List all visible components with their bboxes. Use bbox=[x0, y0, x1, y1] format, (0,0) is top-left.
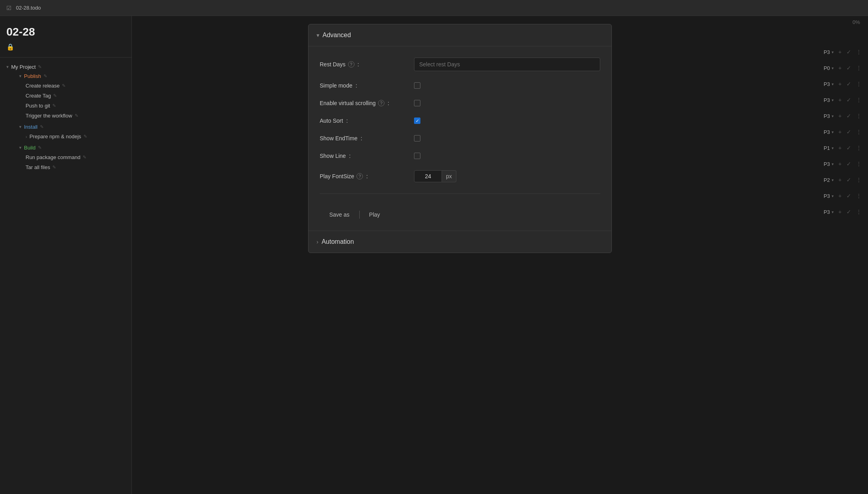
more-icon[interactable]: ⋮ bbox=[856, 145, 862, 151]
item-label: Prepare npm & nodejs bbox=[30, 133, 81, 139]
edit-icon[interactable]: ✎ bbox=[52, 103, 56, 108]
check-icon[interactable]: ✓ bbox=[846, 177, 851, 183]
priority-rows: P3 ▾ + ✓ ⋮ P0 ▾ + ✓ ⋮ P3 ▾ bbox=[788, 44, 868, 220]
more-icon[interactable]: ⋮ bbox=[856, 129, 862, 135]
add-icon[interactable]: + bbox=[838, 145, 842, 151]
group-my-project-header[interactable]: ▾ My Project ✎ bbox=[0, 62, 131, 72]
check-icon[interactable]: ✓ bbox=[846, 193, 851, 199]
priority-badge[interactable]: P1 ▾ bbox=[824, 145, 834, 151]
advanced-section-header[interactable]: ▾ Advanced bbox=[309, 24, 611, 46]
chevron-down-icon: ▾ bbox=[832, 162, 834, 166]
add-icon[interactable]: + bbox=[838, 49, 842, 55]
edit-icon[interactable]: ✎ bbox=[38, 145, 42, 150]
priority-badge[interactable]: P3 ▾ bbox=[824, 193, 834, 199]
priority-row: P0 ▾ + ✓ ⋮ bbox=[788, 60, 868, 76]
check-icon[interactable]: ✓ bbox=[846, 209, 851, 215]
add-icon[interactable]: + bbox=[838, 177, 842, 183]
add-icon[interactable]: + bbox=[838, 129, 842, 135]
edit-icon[interactable]: ✎ bbox=[40, 124, 44, 129]
priority-row: P3 ▾ + ✓ ⋮ bbox=[788, 92, 868, 108]
edit-icon[interactable]: ✎ bbox=[84, 134, 87, 139]
sidebar-item-trigger-workflow[interactable]: Trigger the workflow ✎ bbox=[26, 111, 131, 121]
play-fontsize-help-icon[interactable]: ? bbox=[356, 173, 363, 179]
more-icon[interactable]: ⋮ bbox=[856, 209, 862, 215]
more-icon[interactable]: ⋮ bbox=[856, 65, 862, 71]
more-icon[interactable]: ⋮ bbox=[856, 161, 862, 167]
chevron-down-icon: ▾ bbox=[6, 64, 9, 70]
more-icon[interactable]: ⋮ bbox=[856, 193, 862, 199]
add-icon[interactable]: + bbox=[838, 161, 842, 167]
sidebar-item-prepare-npm[interactable]: › Prepare npm & nodejs ✎ bbox=[26, 131, 131, 141]
sidebar-item-tar-all-files[interactable]: Tar all files ✎ bbox=[26, 162, 131, 172]
add-icon[interactable]: + bbox=[838, 113, 842, 119]
priority-badge[interactable]: P3 ▾ bbox=[824, 49, 834, 55]
sidebar-divider bbox=[0, 57, 131, 58]
chevron-down-icon: ▾ bbox=[832, 66, 834, 70]
priority-badge[interactable]: P3 ▾ bbox=[824, 209, 834, 215]
edit-icon[interactable]: ✎ bbox=[38, 64, 42, 70]
automation-section-header[interactable]: › Automation bbox=[309, 231, 611, 253]
add-icon[interactable]: + bbox=[838, 97, 842, 103]
edit-icon[interactable]: ✎ bbox=[53, 93, 57, 98]
priority-badge[interactable]: P3 ▾ bbox=[824, 97, 834, 103]
virtual-scrolling-help-icon[interactable]: ? bbox=[378, 100, 384, 106]
priority-badge[interactable]: P3 ▾ bbox=[824, 129, 834, 135]
edit-icon[interactable]: ✎ bbox=[44, 74, 47, 79]
priority-badge[interactable]: P3 ▾ bbox=[824, 81, 834, 87]
subgroup-build: ▾ Build ✎ Run package command ✎ Tar all … bbox=[13, 143, 131, 172]
group-my-project-label: My Project bbox=[11, 64, 36, 70]
check-icon[interactable]: ✓ bbox=[846, 49, 851, 55]
subgroup-install-header[interactable]: ▾ Install ✎ bbox=[13, 122, 131, 131]
sidebar-item-create-tag[interactable]: Create Tag ✎ bbox=[26, 91, 131, 101]
check-icon[interactable]: ✓ bbox=[846, 65, 851, 71]
play-fontsize-label: Play FontSize ? : bbox=[320, 173, 408, 179]
save-as-button[interactable]: Save as bbox=[320, 208, 359, 221]
check-icon[interactable]: ✓ bbox=[846, 113, 851, 119]
simple-mode-label: Simple mode : bbox=[320, 82, 408, 89]
subgroup-build-header[interactable]: ▾ Build ✎ bbox=[13, 143, 131, 152]
lock-icon[interactable]: 🔒 bbox=[0, 40, 131, 54]
check-icon[interactable]: ✓ bbox=[846, 129, 851, 135]
check-icon[interactable]: ✓ bbox=[846, 81, 851, 87]
chevron-down-icon: ▾ bbox=[19, 74, 22, 79]
check-icon[interactable]: ✓ bbox=[846, 97, 851, 103]
rest-days-help-icon[interactable]: ? bbox=[348, 61, 354, 68]
virtual-scrolling-label: Enable virtual scrolling ? : bbox=[320, 100, 408, 106]
priority-row: P3 ▾ + ✓ ⋮ bbox=[788, 156, 868, 172]
auto-sort-checkbox[interactable] bbox=[414, 118, 420, 124]
add-icon[interactable]: + bbox=[838, 81, 842, 87]
priority-badge[interactable]: P3 ▾ bbox=[824, 161, 834, 167]
subgroup-publish-header[interactable]: ▾ Publish ✎ bbox=[13, 72, 131, 81]
priority-badge[interactable]: P2 ▾ bbox=[824, 177, 834, 183]
more-icon[interactable]: ⋮ bbox=[856, 97, 862, 103]
edit-icon[interactable]: ✎ bbox=[83, 155, 86, 160]
add-icon[interactable]: + bbox=[838, 209, 842, 215]
check-icon[interactable]: ✓ bbox=[846, 161, 851, 167]
simple-mode-checkbox[interactable] bbox=[414, 82, 420, 89]
add-icon[interactable]: + bbox=[838, 65, 842, 71]
sidebar-item-run-package[interactable]: Run package command ✎ bbox=[26, 152, 131, 162]
sidebar-item-push-to-git[interactable]: Push to git ✎ bbox=[26, 101, 131, 111]
more-icon[interactable]: ⋮ bbox=[856, 177, 862, 183]
rest-days-select[interactable] bbox=[414, 58, 600, 71]
more-icon[interactable]: ⋮ bbox=[856, 113, 862, 119]
virtual-scrolling-checkbox[interactable] bbox=[414, 100, 420, 106]
show-line-checkbox[interactable] bbox=[414, 153, 420, 159]
more-icon[interactable]: ⋮ bbox=[856, 81, 862, 87]
sidebar-item-create-release[interactable]: Create release ✎ bbox=[26, 81, 131, 91]
priority-badge[interactable]: P3 ▾ bbox=[824, 113, 834, 119]
sidebar: 02-28 🔒 ▾ My Project ✎ ▾ Publish ✎ bbox=[0, 16, 132, 494]
edit-icon[interactable]: ✎ bbox=[75, 113, 78, 118]
add-icon[interactable]: + bbox=[838, 193, 842, 199]
advanced-section-title: Advanced bbox=[323, 32, 351, 39]
play-button[interactable]: Play bbox=[360, 208, 390, 221]
priority-row: P3 ▾ + ✓ ⋮ bbox=[788, 188, 868, 204]
priority-badge[interactable]: P0 ▾ bbox=[824, 65, 834, 71]
edit-icon[interactable]: ✎ bbox=[52, 165, 56, 170]
check-icon[interactable]: ✓ bbox=[846, 145, 851, 151]
more-icon[interactable]: ⋮ bbox=[856, 49, 862, 55]
show-endtime-checkbox[interactable] bbox=[414, 135, 420, 141]
edit-icon[interactable]: ✎ bbox=[62, 83, 66, 88]
fontsize-input[interactable] bbox=[414, 170, 442, 182]
fontsize-unit: px bbox=[442, 170, 456, 182]
